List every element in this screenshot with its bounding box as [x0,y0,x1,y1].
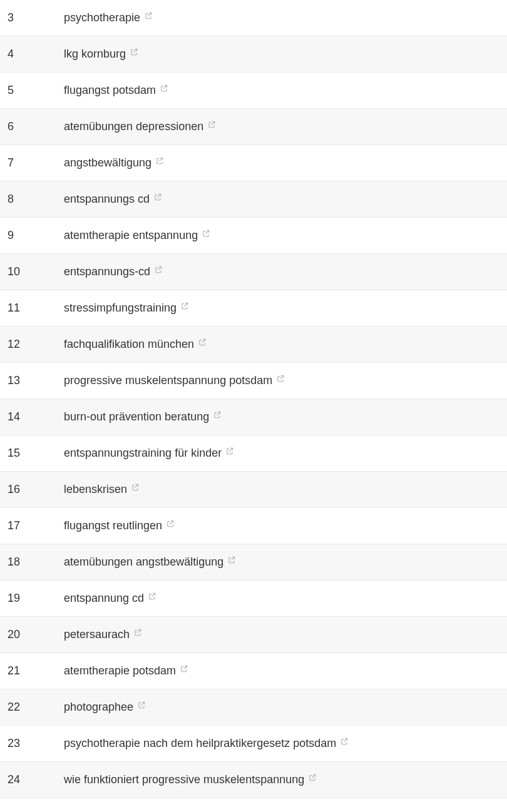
keyword-text: atemtherapie entspannung [64,229,198,242]
external-link-icon[interactable] [198,338,207,347]
row-number: 18 [8,556,64,569]
keyword-text: entspannungs-cd [64,265,150,278]
external-link-icon[interactable] [130,48,138,56]
external-link-icon[interactable] [137,701,146,709]
table-row: 13progressive muskelentspannung potsdam [0,363,507,399]
keyword-table: 3psychotherapie4lkg kornburg5flugangst p… [0,0,507,798]
keyword-text: fachqualifikation münchen [64,338,194,351]
row-number: 7 [8,156,64,170]
keyword-text: progressive muskelentspannung potsdam [64,374,272,387]
row-number: 20 [8,628,64,641]
keyword-text: atemübungen angstbewältigung [64,556,223,569]
keyword-cell: progressive muskelentspannung potsdam [64,374,285,387]
external-link-icon[interactable] [276,374,285,383]
table-row: 23psychotherapie nach dem heilpraktikerg… [0,726,507,762]
external-link-icon[interactable] [225,447,234,455]
keyword-cell: entspannung cd [64,592,156,605]
table-row: 24wie funktioniert progressive muskelent… [0,762,507,798]
row-number: 8 [8,193,64,206]
row-number: 19 [8,592,64,605]
keyword-text: burn-out prävention beratung [64,410,209,424]
external-link-icon[interactable] [144,11,153,20]
row-number: 15 [8,447,64,460]
keyword-cell: petersaurach [64,628,142,641]
table-row: 9atemtherapie entspannung [0,218,507,254]
external-link-icon[interactable] [207,120,216,129]
table-row: 8entspannungs cd [0,181,507,218]
keyword-cell: psychotherapie nach dem heilpraktikerges… [64,737,349,750]
keyword-cell: atemübungen angstbewältigung [64,556,236,569]
keyword-cell: entspannungs cd [64,193,162,206]
row-number: 11 [8,302,64,315]
row-number: 21 [8,664,64,678]
row-number: 9 [8,229,64,242]
keyword-cell: photographee [64,701,146,714]
row-number: 23 [8,737,64,750]
row-number: 22 [8,701,64,714]
keyword-text: petersaurach [64,628,130,641]
keyword-cell: flugangst reutlingen [64,519,175,532]
external-link-icon[interactable] [155,156,164,165]
keyword-cell: atemübungen depressionen [64,120,216,133]
keyword-cell: angstbewältigung [64,156,164,170]
row-number: 6 [8,120,64,133]
external-link-icon[interactable] [148,592,156,601]
external-link-icon[interactable] [213,410,222,419]
keyword-cell: burn-out prävention beratung [64,410,222,424]
external-link-icon[interactable] [154,265,163,274]
external-link-icon[interactable] [202,229,210,238]
keyword-text: flugangst potsdam [64,84,156,97]
external-link-icon[interactable] [227,556,236,564]
keyword-text: entspannungstraining für kinder [64,447,222,460]
row-number: 24 [8,773,64,786]
table-row: 14burn-out prävention beratung [0,399,507,435]
keyword-cell: psychotherapie [64,11,153,24]
external-link-icon[interactable] [131,483,140,492]
keyword-cell: atemtherapie entspannung [64,229,210,242]
keyword-text: angstbewältigung [64,156,151,170]
row-number: 3 [8,11,64,24]
keyword-cell: fachqualifikation münchen [64,338,207,351]
table-row: 6atemübungen depressionen [0,109,507,145]
row-number: 13 [8,374,64,387]
keyword-text: photographee [64,701,133,714]
keyword-cell: entspannungstraining für kinder [64,447,234,460]
keyword-cell: stressimpfungstraining [64,302,189,315]
row-number: 14 [8,410,64,424]
external-link-icon[interactable] [160,84,168,93]
table-row: 7angstbewältigung [0,145,507,181]
table-row: 17flugangst reutlingen [0,508,507,544]
table-row: 15entspannungstraining für kinder [0,435,507,472]
external-link-icon[interactable] [153,193,162,201]
row-number: 10 [8,265,64,278]
keyword-text: wie funktioniert progressive muskelentsp… [64,773,304,786]
keyword-cell: lkg kornburg [64,48,138,61]
keyword-cell: wie funktioniert progressive muskelentsp… [64,773,317,786]
external-link-icon[interactable] [308,773,317,782]
external-link-icon[interactable] [133,628,142,637]
external-link-icon[interactable] [166,519,175,528]
table-row: 4lkg kornburg [0,36,507,73]
external-link-icon[interactable] [180,302,189,310]
external-link-icon[interactable] [180,664,188,673]
table-row: 22photographee [0,689,507,726]
table-row: 16lebenskrisen [0,472,507,508]
keyword-text: atemtherapie potsdam [64,664,176,678]
keyword-text: stressimpfungstraining [64,302,177,315]
row-number: 12 [8,338,64,351]
keyword-text: lkg kornburg [64,48,126,61]
table-row: 10entspannungs-cd [0,254,507,290]
keyword-cell: flugangst potsdam [64,84,168,97]
keyword-text: entspannung cd [64,592,144,605]
keyword-text: psychotherapie [64,11,140,24]
keyword-cell: entspannungs-cd [64,265,163,278]
keyword-text: lebenskrisen [64,483,127,496]
table-row: 11stressimpfungstraining [0,290,507,327]
row-number: 16 [8,483,64,496]
table-row: 19entspannung cd [0,581,507,617]
row-number: 17 [8,519,64,532]
keyword-cell: lebenskrisen [64,483,140,496]
external-link-icon[interactable] [340,737,349,746]
keyword-text: entspannungs cd [64,193,150,206]
keyword-text: psychotherapie nach dem heilpraktikerges… [64,737,336,750]
